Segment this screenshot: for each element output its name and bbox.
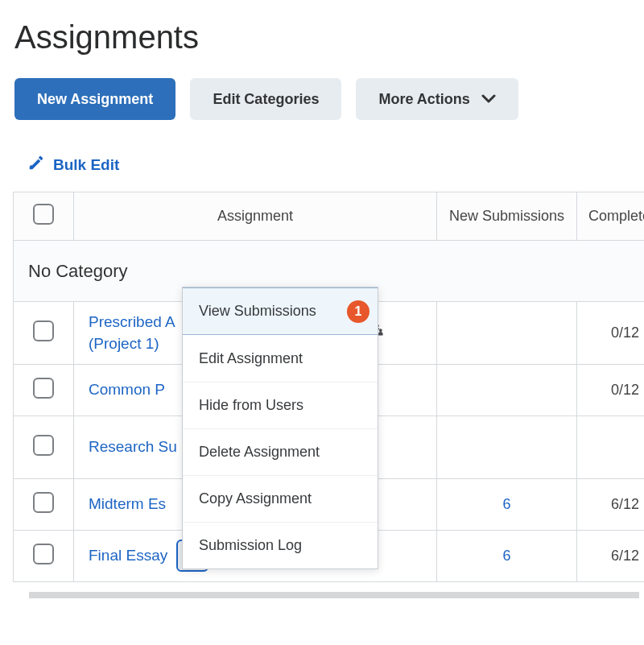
pencil-icon — [27, 154, 45, 176]
completed-cell: 0/12 — [577, 365, 645, 416]
bulk-edit-label: Bulk Edit — [53, 156, 119, 174]
row-actions-menu: View Submissions 1 Edit Assignment Hide … — [182, 287, 378, 569]
menu-item-copy-assignment[interactable]: Copy Assignment — [183, 475, 378, 522]
annotation-badge-1: 1 — [347, 300, 369, 323]
bulk-edit-link[interactable]: Bulk Edit — [27, 154, 119, 176]
col-header-new-submissions: New Submissions — [437, 192, 577, 241]
scrollbar-thumb[interactable] — [29, 592, 639, 598]
completed-cell — [577, 416, 645, 479]
row-checkbox[interactable] — [33, 378, 54, 399]
menu-item-submission-log[interactable]: Submission Log — [183, 522, 378, 569]
chevron-down-icon — [481, 91, 496, 108]
assignment-link[interactable]: Common P — [89, 379, 165, 401]
completed-cell: 0/12 — [577, 302, 645, 365]
completed-cell: 6/12 — [577, 479, 645, 531]
col-header-completed: Completed — [577, 192, 645, 241]
row-checkbox[interactable] — [33, 320, 54, 341]
row-checkbox[interactable] — [33, 544, 54, 564]
new-submissions-cell — [437, 365, 577, 416]
page-title: Assignments — [14, 19, 644, 56]
assignment-link[interactable]: Midterm Es — [89, 494, 166, 515]
edit-categories-button[interactable]: Edit Categories — [190, 78, 341, 120]
new-submissions-cell — [437, 416, 577, 479]
more-actions-button[interactable]: More Actions — [356, 78, 518, 120]
toolbar: New Assignment Edit Categories More Acti… — [14, 78, 644, 120]
assignment-link[interactable]: Final Essay — [89, 545, 167, 567]
select-all-checkbox[interactable] — [33, 204, 54, 225]
new-submissions-link[interactable]: 6 — [502, 496, 510, 512]
horizontal-scrollbar[interactable] — [13, 592, 644, 598]
assignment-link[interactable]: Research Su — [89, 436, 177, 458]
menu-item-view-submissions[interactable]: View Submissions 1 — [183, 287, 378, 335]
new-submissions-cell: 6 — [437, 531, 577, 582]
new-submissions-cell: 6 — [437, 479, 577, 531]
completed-cell: 6/12 — [577, 531, 645, 582]
assignment-link[interactable]: Prescribed A (Project 1) — [89, 312, 175, 354]
row-checkbox[interactable] — [33, 435, 54, 456]
menu-item-delete-assignment[interactable]: Delete Assignment — [183, 428, 378, 475]
menu-item-hide-from-users[interactable]: Hide from Users — [183, 382, 378, 428]
col-header-assignment: Assignment — [74, 192, 437, 241]
menu-item-edit-assignment[interactable]: Edit Assignment — [183, 335, 378, 382]
new-submissions-cell — [437, 302, 577, 365]
row-checkbox[interactable] — [33, 492, 54, 513]
more-actions-label: More Actions — [378, 91, 469, 108]
new-submissions-link[interactable]: 6 — [502, 548, 510, 564]
new-assignment-button[interactable]: New Assignment — [14, 78, 175, 120]
